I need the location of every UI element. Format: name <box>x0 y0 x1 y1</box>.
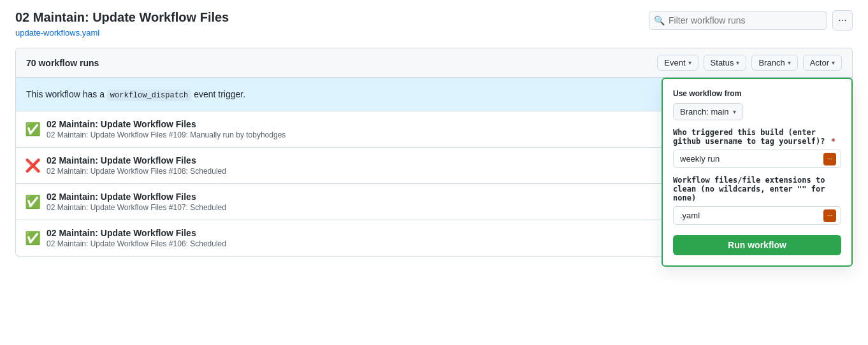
page-header: 02 Maintain: Update Workflow Files updat… <box>15 10 853 38</box>
branch-filter-button[interactable]: Branch ▾ <box>751 55 797 71</box>
field2-options-icon[interactable]: ··· <box>823 209 836 222</box>
run-workflow-submit-button[interactable]: Run workflow <box>673 235 841 255</box>
branch-filter-chevron-icon: ▾ <box>788 59 791 66</box>
event-filter-label: Event <box>664 58 685 67</box>
field1-options-icon[interactable]: ··· <box>823 153 836 165</box>
field1-required-star: * <box>831 137 835 146</box>
status-filter-button[interactable]: Status ▾ <box>704 55 747 71</box>
page-container: 02 Maintain: Update Workflow Files updat… <box>0 0 868 345</box>
filter-input[interactable] <box>649 11 827 30</box>
filter-input-wrapper: 🔍 <box>649 11 827 30</box>
dispatch-code: workflow_dispatch <box>107 90 191 101</box>
status-icon-failure: ❌ <box>26 159 39 172</box>
actor-filter-button[interactable]: Actor ▾ <box>803 55 842 71</box>
branch-select-chevron-icon: ▾ <box>733 108 736 115</box>
toolbar: 70 workflow runs Event ▾ Status ▾ Branch… <box>15 48 853 78</box>
workflow-file-link[interactable]: update-workflows.yaml <box>15 28 99 38</box>
header-right: 🔍 ··· <box>649 10 853 31</box>
actor-filter-chevron-icon: ▾ <box>832 59 835 66</box>
check-circle-icon: ✅ <box>25 122 41 137</box>
event-filter-chevron-icon: ▾ <box>688 59 691 66</box>
status-icon-success: ✅ <box>26 123 39 136</box>
status-icon-success: ✅ <box>26 195 39 208</box>
status-filter-label: Status <box>711 58 734 67</box>
branch-select-label: Branch: main <box>680 107 729 116</box>
dispatch-section: This workflow has a workflow_dispatch ev… <box>15 78 853 111</box>
field2-input[interactable] <box>673 206 841 225</box>
branch-filter-label: Branch <box>758 58 785 67</box>
dispatch-banner-text: This workflow has a workflow_dispatch ev… <box>26 89 245 100</box>
dispatch-text-suffix: event trigger. <box>194 89 245 99</box>
check-circle-icon: ✅ <box>25 230 41 246</box>
branch-select-button[interactable]: Branch: main ▾ <box>673 103 743 120</box>
header-left: 02 Maintain: Update Workflow Files updat… <box>15 10 229 38</box>
run-workflow-dropdown: Use workflow from Branch: main ▾ Who tri… <box>662 78 853 267</box>
field1-label: Who triggered this build (enter github u… <box>673 128 841 146</box>
dispatch-text-prefix: This workflow has a <box>26 89 105 99</box>
search-icon: 🔍 <box>654 15 665 25</box>
field1-input[interactable] <box>673 150 841 168</box>
more-options-button[interactable]: ··· <box>832 10 853 31</box>
toolbar-filters: Event ▾ Status ▾ Branch ▾ Actor ▾ <box>657 55 842 71</box>
field2-label: Workflow files/file extensions to clean … <box>673 176 841 202</box>
page-title: 02 Maintain: Update Workflow Files <box>15 10 229 25</box>
field1-wrapper: ··· <box>673 150 841 168</box>
status-filter-chevron-icon: ▾ <box>736 59 739 66</box>
field2-wrapper: ··· <box>673 206 841 225</box>
status-icon-success: ✅ <box>26 232 39 244</box>
x-circle-icon: ❌ <box>25 158 41 173</box>
page-subtitle: update-workflows.yaml <box>15 27 229 38</box>
runs-count: 70 workflow runs <box>26 58 99 68</box>
check-circle-icon: ✅ <box>25 194 41 209</box>
dropdown-section-label: Use workflow from <box>673 89 841 98</box>
actor-filter-label: Actor <box>810 58 829 67</box>
event-filter-button[interactable]: Event ▾ <box>657 55 698 71</box>
